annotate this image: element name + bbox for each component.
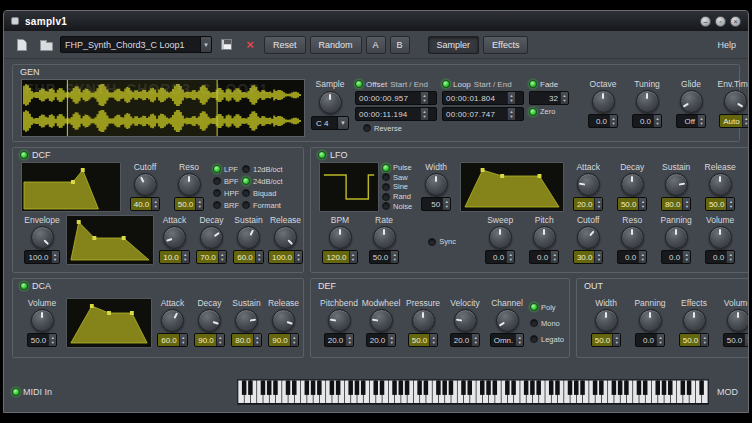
cutoff-value-spinbox[interactable]: 30.0: [573, 250, 604, 264]
compare-a-button[interactable]: A: [366, 36, 386, 54]
velocity-knob-dial[interactable]: [454, 309, 477, 332]
attack-knob-dial[interactable]: [163, 226, 186, 249]
reso-value-spinbox[interactable]: 50.0: [174, 197, 205, 211]
offset-end-spinbox[interactable]: 00:00:11.194: [355, 107, 437, 121]
rate-knob-dial[interactable]: [373, 226, 396, 249]
spin-up-down-arrows[interactable]: [471, 334, 479, 346]
minimize-button[interactable]: [700, 16, 711, 27]
effects-knob-dial[interactable]: [683, 309, 706, 332]
rate-value-spinbox[interactable]: 50.0: [369, 250, 400, 264]
lfo-led[interactable]: [318, 151, 326, 159]
volume-value-spinbox[interactable]: 50.0: [27, 333, 58, 347]
loop-led[interactable]: [442, 80, 450, 88]
spin-up-down-arrows[interactable]: [726, 251, 734, 263]
spin-up-down-arrows[interactable]: [179, 334, 187, 346]
spin-up-down-arrows[interactable]: [515, 334, 523, 346]
mono-radio[interactable]: Mono: [530, 319, 564, 328]
width-value-spinbox[interactable]: 50: [421, 197, 451, 211]
release-value-spinbox[interactable]: 100.0: [268, 250, 303, 264]
lfo-envelope-display[interactable]: [460, 162, 564, 212]
rand-radio[interactable]: Rand: [382, 192, 412, 201]
24db-oct-radio[interactable]: 24dB/oct: [242, 177, 283, 186]
mod-button[interactable]: MOD: [717, 387, 738, 397]
decay-knob-dial[interactable]: [198, 309, 221, 332]
panning-value-spinbox[interactable]: 0.0: [661, 250, 691, 264]
spin-up-down-arrows[interactable]: [560, 92, 568, 104]
offset-start-spinbox[interactable]: 00:00:00.957: [355, 91, 437, 105]
panning-knob-dial[interactable]: [639, 309, 662, 332]
pressure-knob-dial[interactable]: [412, 309, 435, 332]
spin-up-down-arrows[interactable]: [700, 334, 708, 346]
preset-combo[interactable]: FHP_Synth_Chord3_C Loop1: [60, 36, 212, 53]
sweep-value-spinbox[interactable]: 0.0: [485, 250, 515, 264]
noise-radio[interactable]: Noise: [382, 202, 412, 211]
volume-value-spinbox[interactable]: 50.0: [723, 333, 749, 347]
poly-radio[interactable]: Poly: [530, 303, 564, 312]
spin-up-down-arrows[interactable]: [387, 334, 395, 346]
spin-up-down-arrows[interactable]: [216, 334, 224, 346]
volume-knob-dial[interactable]: [31, 309, 54, 332]
tuning-value-spinbox[interactable]: 0.0: [632, 114, 662, 128]
loop-start-spinbox[interactable]: 00:00:01.804: [442, 91, 524, 105]
pulse-radio[interactable]: Pulse: [382, 163, 412, 172]
spin-up-down-arrows[interactable]: [656, 334, 664, 346]
env-time-value-spinbox[interactable]: Auto: [719, 114, 749, 128]
volume-knob-dial[interactable]: [727, 309, 750, 332]
envelope-knob-dial[interactable]: [31, 226, 54, 249]
tuning-knob-dial[interactable]: [636, 90, 659, 113]
width-knob-dial[interactable]: [595, 309, 618, 332]
sustain-knob-dial[interactable]: [665, 173, 688, 196]
cutoff-knob-dial[interactable]: [134, 173, 157, 196]
attack-value-spinbox[interactable]: 60.0: [157, 333, 188, 347]
decay-value-spinbox[interactable]: 50.0: [617, 197, 648, 211]
cutoff-knob-dial[interactable]: [577, 226, 600, 249]
modwheel-value-spinbox[interactable]: 20.0: [366, 333, 397, 347]
spin-up-down-arrows[interactable]: [594, 198, 602, 210]
volume-value-spinbox[interactable]: 0.0: [705, 250, 735, 264]
channel-value-spinbox[interactable]: Omn.: [490, 333, 525, 347]
bpm-value-spinbox[interactable]: 120.0: [322, 250, 357, 264]
bpf-radio[interactable]: BPF: [213, 177, 239, 186]
spin-up-down-arrows[interactable]: [420, 108, 428, 120]
spin-up-down-arrows[interactable]: [349, 251, 357, 263]
glide-knob-dial[interactable]: [680, 90, 703, 113]
sample-waveform-display[interactable]: FHP_SYNTH_CHORD3_C LOOP1: [21, 79, 305, 137]
octave-value-spinbox[interactable]: 0.0: [588, 114, 618, 128]
spin-up-down-arrows[interactable]: [609, 115, 617, 127]
piano-keyboard[interactable]: [237, 379, 709, 405]
release-value-spinbox[interactable]: 50.0: [705, 197, 736, 211]
spin-up-down-arrows[interactable]: [638, 198, 646, 210]
release-knob-dial[interactable]: [709, 173, 732, 196]
spin-up-down-arrows[interactable]: [744, 334, 749, 346]
save-preset-button[interactable]: [216, 35, 236, 55]
open-preset-button[interactable]: [36, 35, 56, 55]
loop-end-spinbox[interactable]: 00:00:07.747: [442, 107, 524, 121]
attack-knob-dial[interactable]: [577, 173, 600, 196]
release-knob-dial[interactable]: [274, 226, 297, 249]
spin-up-down-arrows[interactable]: [550, 251, 558, 263]
spin-up-down-arrows[interactable]: [506, 251, 514, 263]
spin-up-down-arrows[interactable]: [653, 115, 661, 127]
close-button[interactable]: [730, 16, 741, 27]
reset-button[interactable]: Reset: [264, 36, 306, 54]
formant-radio[interactable]: Formant: [242, 201, 283, 210]
sample-knob-dial[interactable]: [319, 91, 342, 114]
tab-sampler[interactable]: Sampler: [428, 36, 480, 54]
dcf-envelope-display[interactable]: [66, 215, 154, 265]
dca-led[interactable]: [20, 282, 28, 290]
zero-checkbox[interactable]: Zero: [529, 107, 577, 116]
envelope-value-spinbox[interactable]: 100.0: [24, 250, 59, 264]
channel-knob-dial[interactable]: [496, 309, 519, 332]
spin-up-down-arrows[interactable]: [420, 92, 428, 104]
sustain-value-spinbox[interactable]: 80.0: [231, 333, 262, 347]
reverse-checkbox[interactable]: Reverse: [363, 123, 437, 133]
spin-up-down-arrows[interactable]: [594, 251, 602, 263]
spin-up-down-arrows[interactable]: [429, 334, 437, 346]
spin-up-down-arrows[interactable]: [726, 198, 734, 210]
lfo-wave-display[interactable]: [319, 162, 379, 212]
spin-up-down-arrows[interactable]: [612, 334, 620, 346]
dca-envelope-display[interactable]: [66, 298, 152, 348]
lpf-radio[interactable]: LPF: [213, 165, 239, 174]
decay-value-spinbox[interactable]: 90.0: [194, 333, 225, 347]
spin-up-down-arrows[interactable]: [507, 92, 515, 104]
